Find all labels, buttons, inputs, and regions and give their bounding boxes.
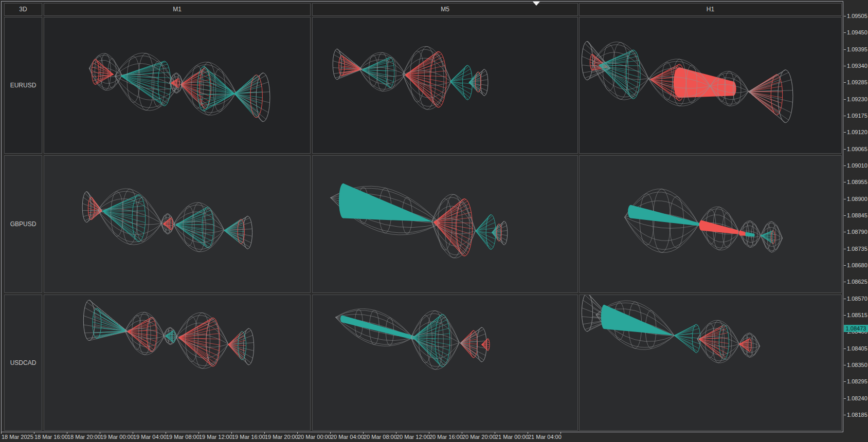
time-tick-label: 19 Mar 08:00 <box>166 434 200 440</box>
time-tick-label: 18 Mar 20:00 <box>67 434 101 440</box>
chart-cell-eurusd-h1[interactable] <box>579 17 842 154</box>
grid-corner-label-3d: 3D <box>4 3 42 16</box>
scroll-position-marker-icon[interactable] <box>533 2 540 6</box>
chart-cell-usdcad-h1[interactable] <box>579 294 842 431</box>
terminal-3d-grid-window: 3D M1 M5 H1 EURUSD GBPUSD USDCAD 1.09505… <box>0 0 868 442</box>
price-tick <box>844 132 846 133</box>
row-label-usdcad[interactable]: USDCAD <box>4 294 42 431</box>
price-tick-label: 1.08185 <box>847 412 867 418</box>
column-header-h1[interactable]: H1 <box>579 3 842 16</box>
price-tick-label: 1.08515 <box>847 312 867 318</box>
time-tick-label: 20 Mar 12:00 <box>396 434 430 440</box>
time-tick-label: 19 Mar 00:00 <box>100 434 134 440</box>
price-tick-label: 1.08845 <box>847 212 867 218</box>
chart-cell-eurusd-m5[interactable] <box>312 17 578 154</box>
time-tick-label: 20 Mar 04:00 <box>331 434 364 440</box>
price-tick <box>844 381 846 382</box>
time-tick-label: 21 Mar 00:00 <box>495 434 529 440</box>
price-tick <box>844 215 846 216</box>
time-tick-label: 18 Mar 2025 <box>2 434 33 440</box>
price-tick <box>844 249 846 249</box>
price-tick-label: 1.08350 <box>847 362 867 368</box>
time-tick-label: 19 Mar 20:00 <box>265 434 298 440</box>
time-tick-label: 19 Mar 04:00 <box>133 434 167 440</box>
spindle-3d-chart <box>313 295 577 430</box>
price-tick-label: 1.08900 <box>847 196 867 202</box>
spindle-3d-chart <box>44 156 310 292</box>
time-tick-label: 20 Mar 00:00 <box>298 434 331 440</box>
spindle-3d-chart <box>580 295 841 430</box>
price-tick-label: 1.09010 <box>847 162 867 169</box>
price-tick <box>844 16 846 16</box>
chart-cell-gbpusd-m1[interactable] <box>44 155 311 293</box>
price-tick-label: 1.09065 <box>847 146 867 152</box>
price-tick <box>844 415 846 415</box>
price-tick <box>844 265 846 266</box>
price-tick-label: 1.08735 <box>847 246 867 252</box>
price-tick <box>844 199 846 199</box>
time-tick-label: 20 Mar 20:00 <box>462 434 496 440</box>
price-tick-label: 1.09175 <box>847 113 867 119</box>
price-tick <box>844 348 846 349</box>
price-tick-label: 1.08790 <box>847 229 867 235</box>
spindle-3d-chart <box>44 17 310 153</box>
time-tick-label: 20 Mar 16:00 <box>429 434 463 440</box>
spindle-3d-chart <box>580 156 841 292</box>
price-tick <box>844 116 846 116</box>
price-tick-label: 1.08570 <box>847 296 867 302</box>
price-tick-label: 1.09340 <box>847 63 867 69</box>
price-tick <box>844 282 846 282</box>
chart-cell-eurusd-m1[interactable] <box>44 17 311 154</box>
price-tick <box>844 99 846 100</box>
time-tick-label: 19 Mar 12:00 <box>199 434 232 440</box>
price-tick-label: 1.08625 <box>847 279 867 285</box>
price-tick <box>844 398 846 399</box>
price-tick <box>844 165 846 166</box>
price-tick <box>844 149 846 150</box>
price-axis[interactable]: 1.095051.094501.093951.093401.092851.092… <box>843 1 868 432</box>
price-tick <box>844 232 846 232</box>
price-tick-label: 1.09230 <box>847 96 867 102</box>
chart-cell-usdcad-m5[interactable] <box>312 294 578 431</box>
price-tick-label: 1.09120 <box>847 129 867 135</box>
row-label-gbpusd[interactable]: GBPUSD <box>4 155 42 293</box>
price-tick <box>844 365 846 365</box>
price-tick-label: 1.08680 <box>847 262 867 268</box>
time-tick <box>560 432 561 434</box>
spindle-3d-chart <box>580 17 841 153</box>
time-tick-label: 20 Mar 08:00 <box>364 434 397 440</box>
spindle-3d-chart <box>44 295 310 430</box>
spindle-3d-chart <box>313 156 577 292</box>
row-label-eurusd[interactable]: EURUSD <box>4 17 42 154</box>
price-tick <box>844 32 846 33</box>
price-tick <box>844 66 846 66</box>
time-tick-label: 21 Mar 04:00 <box>528 434 562 440</box>
chart-cell-gbpusd-h1[interactable] <box>579 155 842 293</box>
price-tick <box>844 82 846 83</box>
chart-cell-usdcad-m1[interactable] <box>44 294 311 431</box>
time-tick-label: 18 Mar 16:00 <box>34 434 68 440</box>
price-tick-label: 1.08955 <box>847 179 867 185</box>
price-tick-label: 1.08240 <box>847 395 867 401</box>
price-tick-label: 1.09505 <box>847 13 867 19</box>
price-tick-label: 1.08295 <box>847 378 867 384</box>
price-tick-label: 1.08405 <box>847 345 867 352</box>
price-tick <box>844 182 846 182</box>
price-tick <box>844 299 846 299</box>
price-tick <box>844 315 846 316</box>
time-axis[interactable]: 18 Mar 202518 Mar 16:0018 Mar 20:0019 Ma… <box>0 432 868 442</box>
column-header-m1[interactable]: M1 <box>44 3 311 16</box>
spindle-3d-chart <box>313 17 577 153</box>
price-tick-label: 1.09395 <box>847 46 867 52</box>
price-tick-label: 1.09285 <box>847 79 867 85</box>
price-tick-label: 1.09450 <box>847 29 867 35</box>
price-tick <box>844 49 846 50</box>
chart-cell-gbpusd-m5[interactable] <box>312 155 578 293</box>
time-tick-label: 19 Mar 16:00 <box>232 434 265 440</box>
current-price-badge: 1.08473 <box>844 325 868 332</box>
